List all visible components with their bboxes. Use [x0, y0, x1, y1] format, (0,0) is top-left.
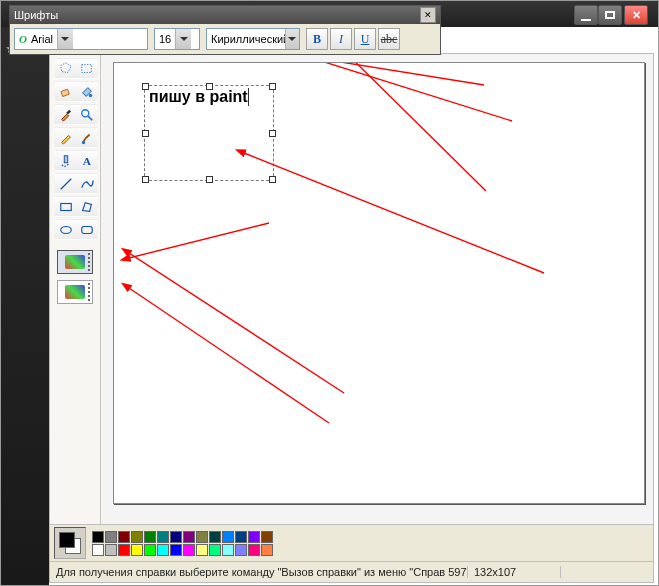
text-selection-box[interactable]: пишу в paint: [144, 85, 274, 181]
chevron-down-icon[interactable]: [57, 29, 73, 49]
fill-tool[interactable]: [76, 81, 97, 102]
status-bar: Для получения справки выберите команду "…: [50, 561, 653, 582]
canvas[interactable]: пишу в paint: [113, 62, 645, 504]
color-swatch[interactable]: [131, 544, 143, 556]
roundrect-tool[interactable]: [76, 219, 97, 240]
resize-handle[interactable]: [269, 130, 276, 137]
color-swatch[interactable]: [209, 544, 221, 556]
svg-line-6: [87, 115, 91, 119]
color-swatch[interactable]: [144, 544, 156, 556]
line-tool[interactable]: [55, 173, 76, 194]
font-name-value: Arial: [15, 33, 57, 45]
polygon-tool[interactable]: [76, 196, 97, 217]
resize-handle[interactable]: [142, 176, 149, 183]
color-swatch[interactable]: [248, 531, 260, 543]
color-swatch[interactable]: [183, 544, 195, 556]
svg-line-13: [60, 178, 71, 189]
resize-handle[interactable]: [206, 176, 213, 183]
svg-rect-14: [60, 203, 71, 210]
foreground-color-swatch[interactable]: [59, 532, 75, 548]
svg-line-20: [334, 63, 486, 191]
color-swatch[interactable]: [105, 544, 117, 556]
color-swatch[interactable]: [248, 544, 260, 556]
font-size-combo[interactable]: 16: [154, 28, 200, 50]
paint-main: A пишу в paint: [50, 54, 653, 524]
font-name-combo[interactable]: Arial: [14, 28, 148, 50]
ellipse-tool[interactable]: [55, 219, 76, 240]
font-toolbar-body: Arial 16 Кириллический B I U abc: [10, 24, 440, 54]
italic-button[interactable]: I: [330, 28, 352, 50]
color-swatch[interactable]: [235, 544, 247, 556]
svg-rect-2: [60, 89, 68, 96]
color-swatch[interactable]: [222, 531, 234, 543]
color-swatch[interactable]: [144, 531, 156, 543]
font-style-buttons: B I U abc: [306, 28, 400, 50]
color-swatch[interactable]: [131, 531, 143, 543]
text-transparent-option[interactable]: [57, 280, 93, 304]
bold-button[interactable]: B: [306, 28, 328, 50]
color-swatch[interactable]: [209, 531, 221, 543]
color-swatch[interactable]: [196, 544, 208, 556]
svg-point-5: [81, 109, 88, 116]
free-select-tool[interactable]: [55, 58, 76, 79]
chevron-down-icon[interactable]: [175, 29, 191, 49]
color-swatch[interactable]: [235, 531, 247, 543]
eraser-tool[interactable]: [55, 81, 76, 102]
svg-rect-8: [64, 155, 68, 162]
canvas-viewport[interactable]: пишу в paint: [101, 54, 653, 524]
color-palette: [92, 531, 273, 556]
charset-combo[interactable]: Кириллический: [206, 28, 300, 50]
underline-button[interactable]: U: [354, 28, 376, 50]
tool-grid: A: [55, 58, 95, 240]
text-opaque-option[interactable]: [57, 250, 93, 274]
resize-handle[interactable]: [142, 130, 149, 137]
text-tool[interactable]: A: [76, 150, 97, 171]
rect-select-tool[interactable]: [76, 58, 97, 79]
window-minimize-button[interactable]: [574, 5, 598, 25]
resize-handle[interactable]: [269, 176, 276, 183]
color-swatch[interactable]: [222, 544, 234, 556]
brush-tool[interactable]: [76, 127, 97, 148]
color-swatch[interactable]: [170, 544, 182, 556]
resize-handle[interactable]: [142, 83, 149, 90]
status-coords-inline: 597,199: [448, 566, 468, 578]
resize-handle[interactable]: [269, 83, 276, 90]
status-help-text: Для получения справки выберите команду "…: [56, 566, 445, 578]
font-toolbar-titlebar[interactable]: Шрифты ✕: [10, 6, 440, 24]
font-toolbar-title: Шрифты: [14, 9, 58, 21]
picker-tool[interactable]: [55, 104, 76, 125]
color-swatch[interactable]: [170, 531, 182, 543]
color-palette-row: [50, 524, 653, 561]
rect-tool[interactable]: [55, 196, 76, 217]
curve-tool[interactable]: [76, 173, 97, 194]
font-toolbar-window[interactable]: Шрифты ✕ Arial 16 Кириллический B I U ab…: [9, 5, 441, 55]
resize-handle[interactable]: [206, 83, 213, 90]
color-swatch[interactable]: [157, 531, 169, 543]
color-swatch[interactable]: [105, 531, 117, 543]
toolbox: A: [50, 54, 101, 524]
strike-button[interactable]: abc: [378, 28, 400, 50]
svg-line-23: [129, 288, 329, 423]
current-colors[interactable]: [54, 527, 86, 559]
color-swatch[interactable]: [92, 531, 104, 543]
browser-sidebar: [1, 27, 49, 585]
svg-line-24: [129, 223, 269, 258]
color-swatch[interactable]: [92, 544, 104, 556]
magnify-tool[interactable]: [76, 104, 97, 125]
color-swatch[interactable]: [118, 544, 130, 556]
color-swatch[interactable]: [183, 531, 195, 543]
color-swatch[interactable]: [196, 531, 208, 543]
color-swatch[interactable]: [261, 544, 273, 556]
color-swatch[interactable]: [118, 531, 130, 543]
color-swatch[interactable]: [261, 531, 273, 543]
chevron-down-icon[interactable]: [285, 29, 299, 49]
svg-point-7: [81, 140, 85, 144]
color-swatch[interactable]: [157, 544, 169, 556]
airbrush-tool[interactable]: [55, 150, 76, 171]
window-close-button[interactable]: [624, 5, 648, 25]
font-size-value: 16: [155, 33, 175, 45]
close-icon[interactable]: ✕: [420, 7, 436, 23]
screenshot-frame: ★Book Шрифты ✕ Arial 16 Кириллический B …: [0, 0, 659, 586]
pencil-tool[interactable]: [55, 127, 76, 148]
window-maximize-button[interactable]: [598, 5, 622, 25]
